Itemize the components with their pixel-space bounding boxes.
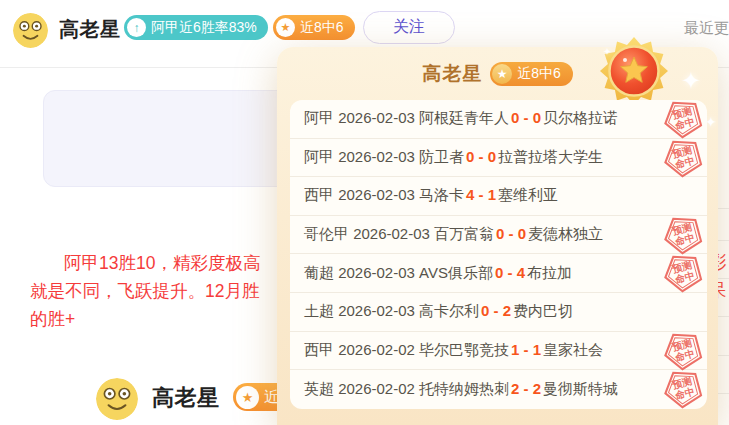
popup-hit-badge-label: 近8中6 — [517, 65, 561, 83]
prediction-hit-stamp-icon: 预测 命中 — [661, 366, 706, 411]
match-text: 阿甲 2026-02-03 防卫者0 - 0拉普拉塔大学生 — [304, 148, 603, 167]
follow-button[interactable]: 关注 — [363, 11, 455, 44]
match-row[interactable]: 西甲 2026-02-03 马洛卡4 - 1塞维利亚 预测 命中 — [290, 177, 707, 216]
win-rate-badge-label: 阿甲近6胜率83% — [151, 19, 257, 37]
sparkle-icon: ✦ — [603, 47, 611, 57]
match-result-list: 阿甲 2026-02-03 阿根廷青年人0 - 0贝尔格拉诺 预测 命中 阿甲 … — [290, 100, 707, 409]
popup-hit-badge: ★ 近8中6 — [490, 62, 573, 86]
match-score: 4 - 1 — [464, 186, 498, 203]
prediction-hit-stamp-icon: 预测 命中 — [661, 250, 706, 295]
match-row[interactable]: 葡超 2026-02-03 AVS俱乐部0 - 4布拉加 预测 命中 — [290, 254, 707, 293]
match-text: 西甲 2026-02-02 毕尔巴鄂竞技1 - 1皇家社会 — [304, 341, 603, 360]
match-row[interactable]: 阿甲 2026-02-03 阿根廷青年人0 - 0贝尔格拉诺 预测 命中 — [290, 100, 707, 139]
popup-title: 高老星 — [422, 61, 482, 87]
sparkle-icon: ✦ — [681, 69, 701, 93]
star-icon: ★ — [492, 64, 512, 84]
user-avatar[interactable] — [13, 13, 48, 48]
match-text: 哥伦甲 2026-02-03 百万富翁0 - 0麦德林独立 — [304, 225, 603, 244]
star-icon: ★ — [276, 18, 295, 37]
win-rate-badge: ↑ 阿甲近6胜率83% — [124, 15, 268, 40]
prediction-hit-stamp-icon: 预测 命中 — [661, 135, 706, 180]
match-row[interactable]: 哥伦甲 2026-02-03 百万富翁0 - 0麦德林独立 预测 命中 — [290, 216, 707, 255]
match-score: 0 - 2 — [479, 302, 513, 319]
match-row[interactable]: 阿甲 2026-02-03 防卫者0 - 0拉普拉塔大学生 预测 命中 — [290, 139, 707, 178]
match-score: 0 - 0 — [494, 225, 528, 242]
record-popup: 高老星 ★ 近8中6 ✦ ✦ ✦ — [277, 47, 718, 425]
match-text: 葡超 2026-02-03 AVS俱乐部0 - 4布拉加 — [304, 264, 572, 283]
match-score: 0 - 0 — [509, 109, 543, 126]
page: 高老星 ↑ 阿甲近6胜率83% ★ 近8中6 关注 最近更新 阿甲13胜10，精… — [0, 0, 729, 425]
expert-name[interactable]: 高老星 — [152, 383, 220, 413]
user-avatar[interactable] — [96, 378, 138, 420]
expert-name[interactable]: 高老星 — [59, 16, 121, 43]
match-score: 0 - 0 — [464, 148, 498, 165]
match-text: 土超 2026-02-03 高卡尔利0 - 2费内巴切 — [304, 302, 573, 321]
match-text: 阿甲 2026-02-03 阿根廷青年人0 - 0贝尔格拉诺 — [304, 109, 618, 128]
hit-streak-badge: ★ 近8中6 — [273, 15, 355, 40]
match-text: 西甲 2026-02-03 马洛卡4 - 1塞维利亚 — [304, 186, 558, 205]
match-score: 2 - 2 — [509, 380, 543, 397]
recent-update-label: 最近更新 — [684, 19, 729, 38]
match-score: 1 - 1 — [509, 341, 543, 358]
match-text: 英超 2026-02-02 托特纳姆热刺2 - 2曼彻斯特城 — [304, 380, 618, 399]
match-score: 0 - 4 — [493, 264, 527, 281]
match-row[interactable]: 英超 2026-02-02 托特纳姆热刺2 - 2曼彻斯特城 预测 命中 — [290, 370, 707, 409]
match-row[interactable]: 西甲 2026-02-02 毕尔巴鄂竞技1 - 1皇家社会 预测 命中 — [290, 332, 707, 371]
up-arrow-icon: ↑ — [127, 18, 146, 37]
star-icon: ★ — [236, 386, 259, 409]
match-row[interactable]: 土超 2026-02-03 高卡尔利0 - 2费内巴切 预测 命中 — [290, 293, 707, 332]
hit-streak-badge-label: 近8中6 — [300, 19, 344, 37]
